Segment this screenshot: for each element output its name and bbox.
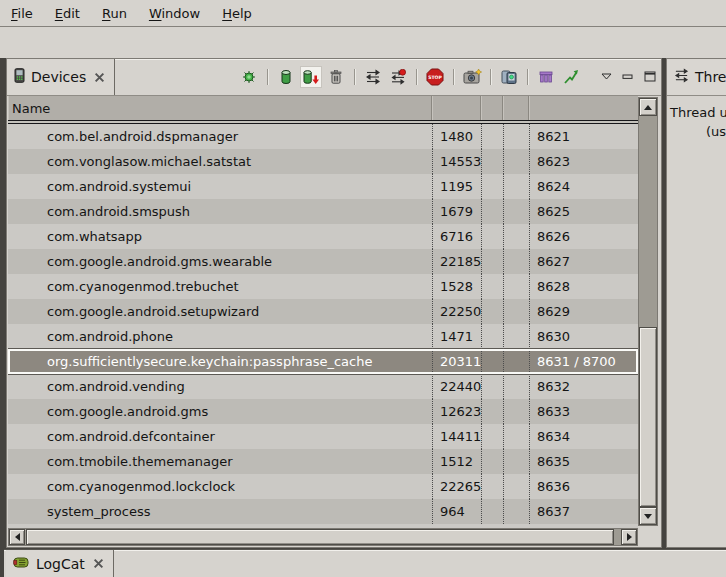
devices-tabbar: Devices xyxy=(7,59,661,96)
col3-cell xyxy=(481,124,503,149)
column-header-name[interactable]: Name xyxy=(8,96,432,120)
svg-text:STOP: STOP xyxy=(428,75,442,80)
devices-toolbar: STOP xyxy=(239,59,656,94)
col4-cell xyxy=(503,224,529,249)
devices-tab-label: Devices xyxy=(31,69,86,85)
toolbar-separator xyxy=(453,69,454,85)
threads-message-line2: (use toolbar button to enable) xyxy=(706,122,726,141)
dump-hprof-icon[interactable] xyxy=(301,67,321,87)
process-name-cell: com.android.smspush xyxy=(8,199,432,224)
menu-edit[interactable]: Edit xyxy=(44,3,91,24)
device-row[interactable]: com.vonglasow.michael.satstat145538623 xyxy=(8,149,638,174)
toolbar-separator xyxy=(416,69,417,85)
cause-gc-icon[interactable] xyxy=(326,67,346,87)
col4-cell xyxy=(503,124,529,149)
device-row[interactable]: org.sufficientlysecure.keychain:passphra… xyxy=(8,349,638,374)
process-name-cell: com.bel.android.dspmanager xyxy=(8,124,432,149)
horizontal-scrollbar-thumb[interactable] xyxy=(26,529,614,545)
process-name-cell: com.tmobile.thememanager xyxy=(8,449,432,474)
col3-cell xyxy=(481,399,503,424)
phone-icon xyxy=(14,68,25,86)
close-icon[interactable] xyxy=(94,72,105,83)
horizontal-scrollbar[interactable] xyxy=(8,528,638,546)
update-threads-icon[interactable] xyxy=(363,67,383,87)
col3-cell xyxy=(481,349,503,374)
device-row[interactable]: com.android.systemui11958624 xyxy=(8,174,638,199)
device-row[interactable]: com.google.android.setupwizard222508629 xyxy=(8,299,638,324)
col4-cell xyxy=(503,449,529,474)
menu-window[interactable]: Window xyxy=(138,3,211,24)
menu-file[interactable]: File xyxy=(0,3,44,24)
column-header-4[interactable] xyxy=(503,96,529,120)
start-method-profiling-icon[interactable] xyxy=(388,67,408,87)
col4-cell xyxy=(503,149,529,174)
col3-cell xyxy=(481,249,503,274)
process-name-cell: com.vonglasow.michael.satstat xyxy=(8,149,432,174)
stop-process-icon[interactable]: STOP xyxy=(425,67,445,87)
column-header-port[interactable] xyxy=(529,96,638,120)
workspace: Devices xyxy=(0,58,726,577)
device-row[interactable]: com.google.android.gms126238633 xyxy=(8,399,638,424)
vertical-scrollbar-thumb[interactable] xyxy=(639,327,657,507)
column-header-pid[interactable] xyxy=(432,96,481,120)
screen-capture-icon[interactable] xyxy=(462,67,482,87)
col3-cell xyxy=(481,424,503,449)
device-row[interactable]: com.google.android.gms.wearable221858627 xyxy=(8,249,638,274)
close-icon[interactable] xyxy=(93,558,104,569)
right-arrow-icon xyxy=(627,533,632,541)
col4-cell xyxy=(503,324,529,349)
col4-cell xyxy=(503,374,529,399)
process-name-cell: system_process xyxy=(8,499,432,524)
col4-cell xyxy=(503,174,529,199)
threads-panel: Threads Thread updates not enabled for s… xyxy=(666,58,726,548)
vertical-scrollbar[interactable] xyxy=(638,97,658,526)
maximize-icon[interactable] xyxy=(643,67,656,87)
debug-port-cell: 8634 xyxy=(529,424,638,449)
device-row[interactable]: com.tmobile.thememanager15128635 xyxy=(8,449,638,474)
minimize-icon[interactable] xyxy=(621,67,634,87)
toolbar-separator xyxy=(527,69,528,85)
pid-cell: 22265 xyxy=(432,474,481,499)
view-hierarchy-icon[interactable] xyxy=(536,67,556,87)
col3-cell xyxy=(481,474,503,499)
device-row[interactable]: com.cyanogenmod.lockclock222658636 xyxy=(8,474,638,499)
device-row[interactable]: com.whatsapp67168626 xyxy=(8,224,638,249)
view-menu-icon[interactable] xyxy=(600,67,612,87)
opengl-trace-icon[interactable] xyxy=(561,67,581,87)
menu-help[interactable]: Help xyxy=(211,3,263,24)
device-row[interactable]: system_process9648637 xyxy=(8,499,638,524)
debug-port-cell: 8631 / 8700 xyxy=(529,349,638,374)
pid-cell: 1471 xyxy=(432,324,481,349)
scroll-right-button[interactable] xyxy=(621,529,637,545)
logcat-tabbar: LogCat xyxy=(4,549,726,577)
logcat-icon xyxy=(13,556,30,572)
col3-cell xyxy=(481,299,503,324)
tab-threads[interactable]: Threads xyxy=(667,59,726,95)
process-name-cell: com.android.vending xyxy=(8,374,432,399)
column-header-3[interactable] xyxy=(481,96,503,120)
tab-logcat[interactable]: LogCat xyxy=(6,550,114,577)
col3-cell xyxy=(481,374,503,399)
device-row[interactable]: com.android.defcontainer144118634 xyxy=(8,424,638,449)
scroll-up-button[interactable] xyxy=(639,98,657,116)
process-name-cell: com.google.android.gms.wearable xyxy=(8,249,432,274)
debug-port-cell: 8636 xyxy=(529,474,638,499)
col4-cell xyxy=(503,474,529,499)
panel-window-buttons xyxy=(600,67,656,87)
debug-process-icon[interactable] xyxy=(239,67,259,87)
device-row[interactable]: com.android.phone14718630 xyxy=(8,324,638,349)
debug-port-cell: 8637 xyxy=(529,499,638,524)
devices-panel: Devices xyxy=(6,58,662,548)
scroll-left-button[interactable] xyxy=(9,529,25,545)
tab-devices[interactable]: Devices xyxy=(7,59,115,95)
scroll-down-button[interactable] xyxy=(639,507,657,525)
col4-cell xyxy=(503,399,529,424)
device-screens-icon[interactable] xyxy=(499,67,519,87)
device-row[interactable]: com.cyanogenmod.trebuchet15288628 xyxy=(8,274,638,299)
menu-run[interactable]: Run xyxy=(91,3,138,24)
device-row[interactable]: com.android.smspush16798625 xyxy=(8,199,638,224)
left-arrow-icon xyxy=(15,533,20,541)
device-row[interactable]: com.android.vending224408632 xyxy=(8,374,638,399)
update-heap-icon[interactable] xyxy=(276,67,296,87)
device-row[interactable]: com.bel.android.dspmanager14808621 xyxy=(8,124,638,149)
